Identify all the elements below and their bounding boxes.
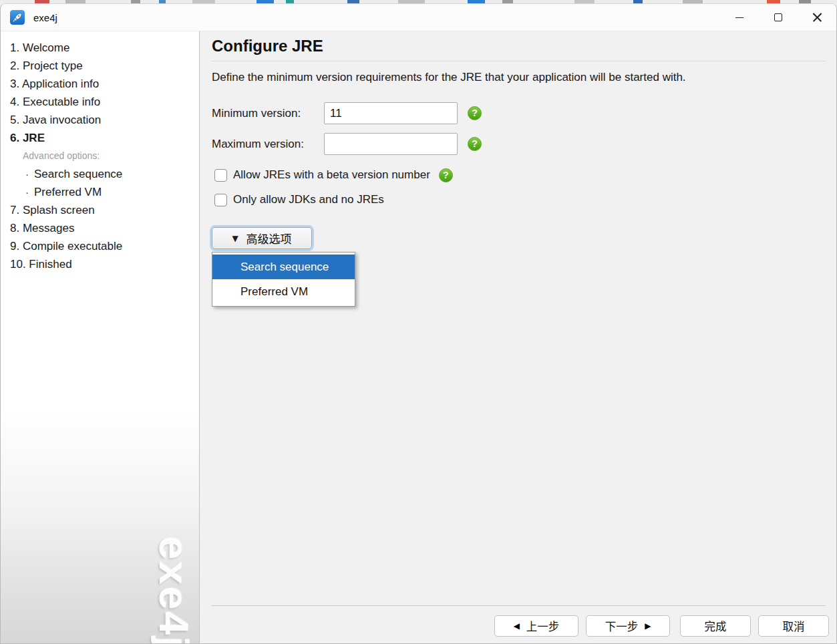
desktop-background-sliver <box>0 0 837 3</box>
minimum-version-row: Minimum version: ? <box>212 102 482 124</box>
advanced-options-menu: Search sequence Preferred VM <box>212 252 355 307</box>
maximum-version-row: Maximum version: ? <box>212 133 482 155</box>
sidebar-sub-label: Preferred VM <box>34 186 102 198</box>
sidebar-item-search-sequence[interactable]: ·Search sequence <box>1 165 199 183</box>
close-button[interactable] <box>798 4 836 31</box>
minimize-icon <box>735 17 743 18</box>
minimum-version-input[interactable] <box>324 102 458 124</box>
beta-jre-checkbox-label: Allow JREs with a beta version number <box>233 168 430 182</box>
minimum-version-label: Minimum version: <box>212 107 324 120</box>
minimize-button[interactable] <box>720 4 759 31</box>
minimum-version-help-icon[interactable]: ? <box>468 106 482 120</box>
next-arrow-icon: ▶ <box>645 621 651 631</box>
beta-jre-checkbox[interactable] <box>214 169 227 182</box>
sidebar-item-splash-screen: 7. Splash screen <box>1 201 199 219</box>
back-button[interactable]: ◀ 上一步 <box>494 615 578 637</box>
sidebar-item-preferred-vm[interactable]: ·Preferred VM <box>1 183 199 201</box>
cancel-button[interactable]: 取消 <box>758 615 829 637</box>
sidebar-item-finished: 10. Finished <box>1 255 199 273</box>
title-divider <box>212 61 826 61</box>
wizard-steps-sidebar: 1. Welcome 2. Project type 3. Applicatio… <box>1 31 200 643</box>
cancel-button-label: 取消 <box>783 618 805 634</box>
finish-button-label: 完成 <box>705 618 727 634</box>
back-arrow-icon: ◀ <box>514 621 520 631</box>
beta-jre-help-icon[interactable]: ? <box>439 168 453 182</box>
sidebar-section-advanced-options: Advanced options: <box>1 147 199 165</box>
sidebar-item-executable-info: 4. Executable info <box>1 93 199 111</box>
window-controls <box>720 4 836 31</box>
next-button-label: 下一步 <box>605 618 639 634</box>
sidebar-item-project-type: 2. Project type <box>1 57 199 75</box>
footer-divider <box>212 605 826 606</box>
sidebar-item-jre-current: 6. JRE <box>1 129 199 147</box>
sidebar-item-messages: 8. Messages <box>1 219 199 237</box>
jdk-only-checkbox-label: Only allow JDKs and no JREs <box>233 193 384 206</box>
sidebar-item-application-info: 3. Application info <box>1 75 199 93</box>
back-button-label: 上一步 <box>526 618 560 634</box>
beta-jre-checkbox-row: Allow JREs with a beta version number ? <box>214 168 453 182</box>
configure-jre-panel: Configure JRE Define the minimum version… <box>200 31 836 643</box>
app-rocket-icon <box>10 10 25 25</box>
bullet-icon: · <box>25 165 34 183</box>
menu-item-search-sequence[interactable]: Search sequence <box>212 255 355 279</box>
maximize-icon <box>774 13 782 21</box>
maximum-version-help-icon[interactable]: ? <box>468 137 482 151</box>
jdk-only-checkbox[interactable] <box>214 194 227 206</box>
maximize-button[interactable] <box>759 4 798 31</box>
maximum-version-label: Maximum version: <box>212 138 324 151</box>
next-button[interactable]: 下一步 ▶ <box>586 615 670 637</box>
jdk-only-checkbox-row: Only allow JDKs and no JREs <box>214 192 384 207</box>
maximum-version-input[interactable] <box>324 133 458 155</box>
page-title: Configure JRE <box>212 37 323 55</box>
close-icon <box>812 13 822 23</box>
sidebar-item-java-invocation: 5. Java invocation <box>1 111 199 129</box>
bullet-icon: · <box>25 183 34 201</box>
exe4j-wizard-window: exe4j 1. Welcome 2. Project type 3. Appl… <box>0 3 837 644</box>
titlebar: exe4j <box>1 4 836 31</box>
sidebar-item-welcome: 1. Welcome <box>1 39 199 57</box>
finish-button[interactable]: 完成 <box>680 615 751 637</box>
sidebar-sub-label: Search sequence <box>34 168 122 180</box>
advanced-options-button-label: 高级选项 <box>246 230 292 247</box>
wizard-navigation-buttons: ◀ 上一步 下一步 ▶ 完成 取消 <box>494 615 829 637</box>
exe4j-watermark: exe4j <box>150 536 198 644</box>
menu-item-preferred-vm[interactable]: Preferred VM <box>212 279 355 304</box>
advanced-options-dropdown-button[interactable]: ▼ 高级选项 <box>212 227 312 249</box>
chevron-down-icon: ▼ <box>232 234 238 243</box>
window-title: exe4j <box>33 12 57 23</box>
page-description: Define the minimum version requirements … <box>212 71 686 84</box>
sidebar-item-compile-executable: 9. Compile executable <box>1 237 199 255</box>
